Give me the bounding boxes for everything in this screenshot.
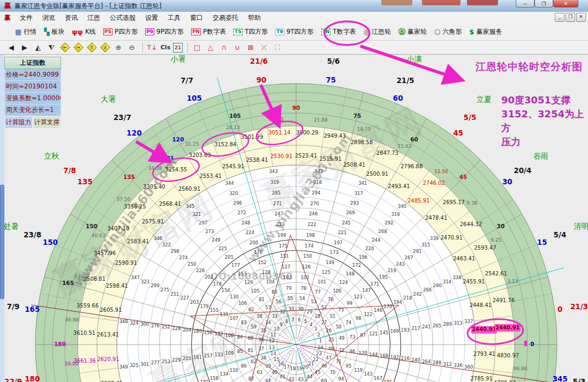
toolbar-button-行情[interactable]: ▦行情	[12, 25, 40, 39]
svg-text:87: 87	[248, 376, 254, 381]
draw-tool-2[interactable]: ◭	[32, 42, 44, 54]
draw-tool-9[interactable]: ⊖	[126, 42, 138, 54]
svg-text:109: 109	[225, 350, 233, 356]
svg-text:26: 26	[326, 328, 331, 333]
draw-tool-13[interactable]: 21	[173, 43, 183, 53]
江恩轮-icon: ◎	[364, 28, 370, 35]
svg-text:105: 105	[187, 94, 202, 102]
draw-tool-11[interactable]: T↓	[146, 42, 158, 54]
svg-text:20/4: 20/4	[514, 166, 531, 175]
svg-text:57: 57	[265, 305, 271, 310]
svg-text:2440.91: 2440.91	[472, 326, 496, 332]
draw-tool-6[interactable]: ↑	[86, 42, 97, 54]
draw-tool-15[interactable]: □	[191, 42, 203, 54]
draw-tool-21[interactable]: ⛶	[272, 42, 283, 54]
toolbar-button-江恩轮[interactable]: ◎江恩轮	[360, 25, 394, 39]
svg-text:52: 52	[321, 305, 327, 310]
svg-text:2583.41: 2583.41	[127, 238, 149, 244]
mdi-restore-button[interactable]: ❐	[566, 13, 575, 22]
svg-text:148: 148	[346, 271, 355, 276]
draw-tool-18[interactable]: ∪	[231, 42, 243, 54]
draw-tool-16[interactable]: △	[205, 42, 216, 54]
svg-text:229: 229	[172, 357, 180, 363]
menu-item-5[interactable]: 设置	[140, 13, 163, 23]
menu-item-2[interactable]: 资讯	[60, 13, 82, 23]
toolbar-button-T数字表[interactable]: TNT数字表	[318, 25, 359, 39]
menu-item-1[interactable]: 浏览	[37, 13, 60, 23]
svg-text:34: 34	[265, 320, 271, 325]
draw-tool-8[interactable]: ⊕	[112, 42, 124, 54]
svg-text:192: 192	[390, 355, 399, 360]
svg-text:349: 349	[119, 364, 128, 370]
chart-annotation-note: 90度3051支撑 3152、3254为上方 压力	[501, 93, 588, 149]
svg-text:84: 84	[237, 334, 243, 340]
mdi-close-button[interactable]: ✕	[576, 13, 586, 22]
calc-resistance-button[interactable]: 计算阻力	[4, 116, 33, 129]
maximize-button[interactable]: ❐	[534, 0, 553, 8]
instrument-name: 上证指数	[4, 57, 61, 69]
draw-tool-1[interactable]: ▶	[19, 42, 31, 54]
svg-text:143: 143	[364, 371, 372, 377]
svg-text:48: 48	[328, 346, 334, 351]
draw-tool-4[interactable]: ←	[59, 42, 71, 54]
svg-text:299: 299	[150, 283, 159, 288]
toolbar-button-板块[interactable]: ▚板块	[41, 25, 67, 39]
draw-tool-20[interactable]: ⤫	[258, 42, 270, 54]
svg-text:2455.91: 2455.91	[463, 279, 485, 284]
svg-text:244: 244	[372, 237, 380, 243]
svg-text:227: 227	[180, 295, 189, 301]
svg-text:5/5: 5/5	[464, 113, 477, 122]
mdi-minimize-button[interactable]: _	[555, 13, 564, 22]
svg-text:7/9: 7/9	[7, 302, 20, 311]
svg-text:339: 339	[430, 236, 439, 241]
svg-text:152: 152	[258, 260, 267, 265]
draw-tool-0[interactable]: ◀	[5, 42, 17, 54]
menu-item-8[interactable]: 交易委托	[208, 13, 243, 23]
menu-item-4[interactable]: 公式选股	[105, 13, 140, 23]
menu-item-6[interactable]: 工具	[163, 13, 185, 23]
svg-text:270: 270	[311, 201, 319, 206]
vertical-scrollbar[interactable]	[0, 55, 4, 382]
svg-text:194: 194	[394, 299, 402, 305]
toolbar-button-9T四方形[interactable]: T99T四方形	[272, 25, 316, 39]
draw-tool-12[interactable]: Cls	[160, 42, 171, 54]
menu-item-3[interactable]: 江恩	[82, 13, 105, 23]
svg-text:291: 291	[413, 249, 421, 254]
scrollbar-thumb[interactable]	[0, 185, 4, 299]
draw-tool-19[interactable]: ⊠	[245, 42, 257, 54]
gann-wheel-chart-area[interactable]: 赢家财富网赢家财富网赢家财富网www.yingjia360.comwww.yin…	[0, 55, 588, 382]
svg-text:2575.91: 2575.91	[142, 219, 164, 224]
9T四方形-icon: T9	[275, 28, 284, 35]
svg-text:180: 180	[193, 328, 202, 334]
toolbar-button-赢家服务[interactable]: $赢家服务	[466, 25, 505, 39]
toolbar-button-K线[interactable]: ψψK线	[69, 25, 99, 39]
menu-item-0[interactable]: 文件	[15, 13, 37, 23]
toolbar-button-赢家轮[interactable]: Ⓑ赢家轮	[395, 25, 430, 39]
toolbar-button-9P四方形[interactable]: P99P四方形	[142, 25, 187, 39]
menu-item-7[interactable]: 窗口	[185, 13, 208, 23]
menu-item-9[interactable]: 帮助	[243, 13, 266, 23]
toolbar-button-P数字表[interactable]: PNP数字表	[188, 25, 229, 39]
draw-tool-7[interactable]: ↓	[99, 42, 111, 54]
svg-text:3051.14: 3051.14	[268, 130, 290, 136]
svg-text:100: 100	[333, 288, 341, 294]
toolbar-button-P四方形[interactable]: PSP四方形	[100, 25, 141, 39]
draw-tool-17[interactable]: ∩	[218, 42, 230, 54]
toolbar-button-T四方形[interactable]: TST四方形	[230, 25, 271, 39]
svg-text:72: 72	[339, 348, 345, 353]
svg-text:344: 344	[225, 181, 234, 186]
svg-text:2593.47: 2593.47	[474, 245, 496, 251]
svg-text:345: 345	[553, 374, 568, 382]
close-button[interactable]: ✕	[553, 0, 578, 8]
toolbar-label: 江恩轮	[372, 27, 391, 36]
svg-text:立秋: 立秋	[44, 152, 59, 160]
calc-support-button[interactable]: 计算支撑	[33, 116, 61, 129]
toolbar-button-六角形[interactable]: ⬡六角形	[431, 25, 465, 39]
draw-tool-5[interactable]: →	[72, 42, 84, 54]
gann-wheel[interactable]: 赢家财富网赢家财富网赢家财富网www.yingjia360.comwww.yin…	[0, 55, 588, 382]
svg-text:1: 1	[319, 338, 322, 343]
draw-tool-3[interactable]: ⧨	[46, 42, 57, 54]
minimize-button[interactable]: —	[516, 0, 534, 8]
svg-text:120: 120	[172, 136, 184, 143]
svg-text:321: 321	[192, 212, 201, 217]
